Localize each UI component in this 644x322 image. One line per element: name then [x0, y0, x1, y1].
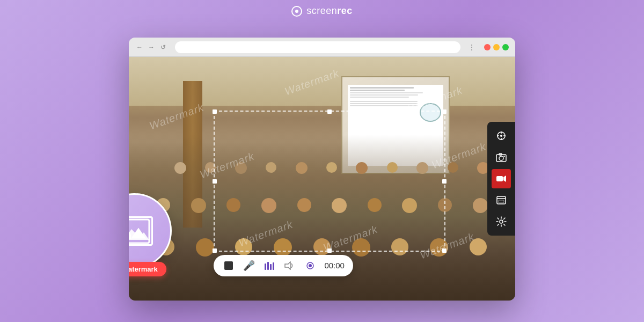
- handle-top-mid[interactable]: [327, 109, 332, 114]
- stop-icon: [224, 261, 233, 270]
- screenshot-button[interactable]: [492, 148, 511, 167]
- svg-point-6: [309, 264, 312, 267]
- side-toolbar: [487, 122, 515, 236]
- window-capture-button[interactable]: [492, 191, 511, 210]
- webcam-button[interactable]: [304, 259, 317, 272]
- audio-settings-button[interactable]: [263, 259, 276, 272]
- svg-rect-0: [265, 264, 266, 270]
- volume-icon: [284, 261, 295, 270]
- back-button[interactable]: ←: [135, 43, 144, 52]
- svg-point-14: [499, 156, 503, 160]
- stop-button[interactable]: [222, 259, 235, 272]
- equalizer-icon: [264, 261, 275, 270]
- svg-marker-24: [129, 229, 149, 240]
- window-controls: [484, 44, 509, 50]
- svg-rect-1: [267, 262, 269, 270]
- image-icon-svg: [129, 218, 150, 244]
- volume-button[interactable]: [283, 259, 296, 272]
- image-icon: [129, 216, 153, 246]
- cursor-tool-button[interactable]: [492, 126, 511, 145]
- svg-rect-2: [270, 264, 272, 270]
- browser-window: ← → ↺ ⋮: [129, 38, 515, 301]
- cursor-icon: [496, 131, 506, 141]
- audience-row-front: [148, 238, 496, 257]
- maximize-window-button[interactable]: [502, 44, 509, 50]
- browser-chrome: ← → ↺ ⋮: [129, 38, 515, 57]
- forward-button[interactable]: →: [147, 43, 156, 52]
- refresh-button[interactable]: ↺: [159, 43, 167, 52]
- logo-text-bold: rec: [337, 5, 353, 16]
- close-window-button[interactable]: [484, 44, 491, 50]
- svg-rect-17: [496, 176, 503, 181]
- recording-toolbar: 🎤: [214, 255, 353, 276]
- audience-row-mid: [148, 198, 496, 213]
- svg-marker-18: [503, 175, 506, 182]
- webcam-icon: [305, 261, 316, 270]
- browser-menu-button[interactable]: ⋮: [468, 43, 477, 52]
- browser-content: Watermark Watermark Watermark Watermark …: [129, 57, 515, 301]
- svg-rect-16: [503, 156, 505, 157]
- svg-point-8: [500, 135, 502, 137]
- svg-rect-21: [499, 200, 504, 203]
- svg-marker-4: [285, 262, 290, 269]
- microphone-button[interactable]: 🎤: [243, 259, 255, 272]
- record-video-icon: [496, 174, 507, 183]
- settings-icon: [496, 216, 507, 227]
- no-watermark-label: No Watermark: [129, 262, 166, 276]
- camera-icon: [496, 152, 507, 162]
- conference-room-scene: Watermark Watermark Watermark Watermark …: [129, 57, 515, 301]
- logo-icon: [291, 6, 302, 17]
- svg-point-22: [500, 220, 503, 223]
- logo-bar: screenrec: [0, 5, 644, 17]
- logo-text: screenrec: [306, 5, 353, 17]
- audience-row-back: [167, 162, 496, 174]
- minimize-window-button[interactable]: [493, 44, 500, 50]
- window-icon: [496, 196, 506, 204]
- svg-rect-3: [273, 262, 274, 270]
- handle-top-left[interactable]: [213, 109, 217, 114]
- address-bar[interactable]: [175, 41, 460, 53]
- logo-text-normal: screen: [306, 5, 337, 16]
- record-video-button[interactable]: [492, 169, 511, 188]
- settings-button[interactable]: [492, 212, 511, 231]
- timer-display: 00:00: [324, 261, 345, 270]
